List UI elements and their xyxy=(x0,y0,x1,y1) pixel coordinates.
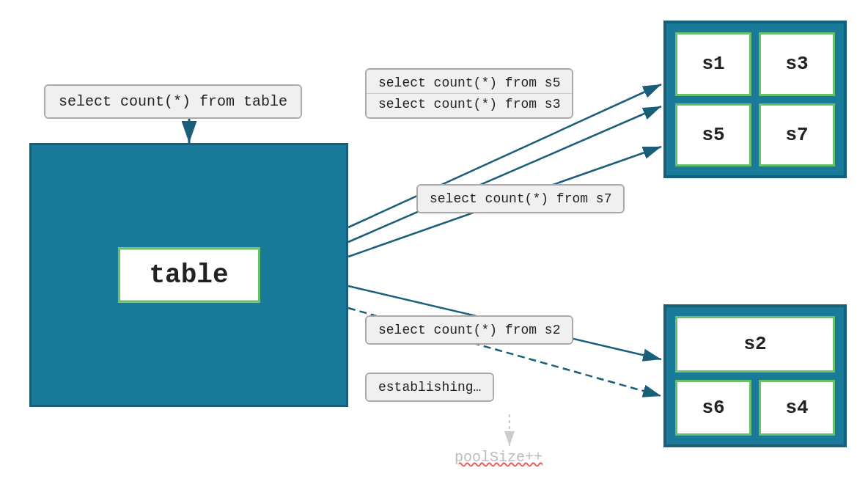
pool-size-label: poolSize++ xyxy=(455,449,542,466)
shard-s2: s2 xyxy=(675,316,835,373)
shard-s3: s3 xyxy=(759,32,835,96)
shard-s6: s6 xyxy=(675,380,751,436)
query-establishing-box: establishing… xyxy=(365,373,494,402)
main-table-box: table xyxy=(29,143,348,407)
input-query-box: select count(*) from table xyxy=(44,84,302,119)
shard-s7: s7 xyxy=(759,103,835,167)
cluster-top-shards: s1 s3 s5 s7 xyxy=(666,23,844,175)
diagram-container: select count(*) from table table select … xyxy=(0,0,868,484)
shard-s1: s1 xyxy=(675,32,751,96)
query-s2-box: select count(*) from s2 xyxy=(365,315,573,345)
query-s5-label: select count(*) from s5 xyxy=(367,70,572,94)
cluster-bottom-shards: s2 s6 s4 xyxy=(666,307,844,444)
main-table-label: table xyxy=(117,248,260,303)
query-s7-box: select count(*) from s7 xyxy=(416,184,625,213)
svg-line-5 xyxy=(348,106,661,242)
shard-s4: s4 xyxy=(759,380,835,436)
query-s3-label: select count(*) from s3 xyxy=(367,94,572,117)
cluster-top-box: s1 s3 s5 s7 xyxy=(663,21,847,178)
cluster-bottom-box: s2 s6 s4 xyxy=(663,304,847,447)
query-s5-s3-box: select count(*) from s5 select count(*) … xyxy=(365,68,573,119)
shard-s5: s5 xyxy=(675,103,751,167)
